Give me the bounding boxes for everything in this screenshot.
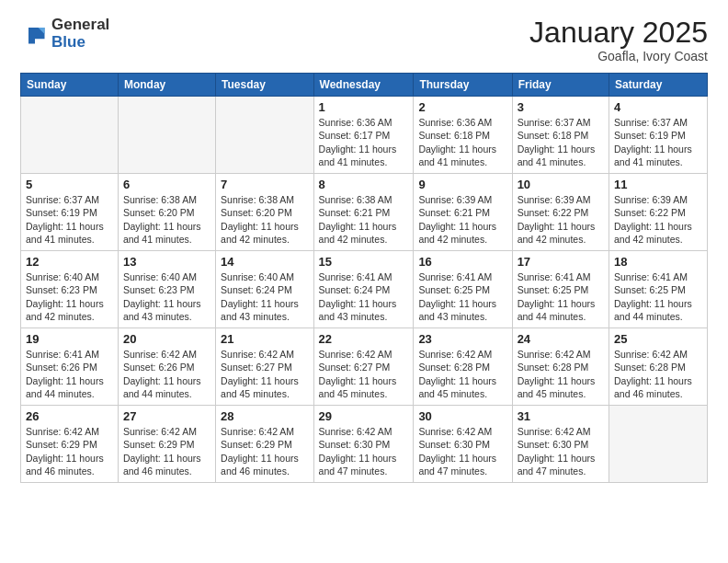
day-number: 21	[221, 332, 308, 346]
calendar-cell: 11Sunrise: 6:39 AM Sunset: 6:22 PM Dayli…	[609, 174, 708, 251]
calendar-cell	[21, 97, 119, 174]
day-info: Sunrise: 6:42 AM Sunset: 6:28 PM Dayligh…	[518, 348, 604, 400]
calendar-table: Sunday Monday Tuesday Wednesday Thursday…	[20, 73, 708, 483]
day-number: 17	[518, 255, 604, 269]
day-number: 8	[319, 178, 409, 191]
day-info: Sunrise: 6:41 AM Sunset: 6:26 PM Dayligh…	[26, 348, 113, 400]
day-info: Sunrise: 6:39 AM Sunset: 6:21 PM Dayligh…	[418, 193, 506, 246]
col-saturday: Saturday	[609, 74, 708, 97]
day-number: 1	[319, 100, 409, 114]
calendar-week-0: 1Sunrise: 6:36 AM Sunset: 6:17 PM Daylig…	[21, 97, 708, 174]
day-info: Sunrise: 6:36 AM Sunset: 6:17 PM Dayligh…	[319, 116, 409, 168]
calendar-cell: 7Sunrise: 6:38 AM Sunset: 6:20 PM Daylig…	[216, 174, 313, 251]
calendar-cell: 25Sunrise: 6:42 AM Sunset: 6:28 PM Dayli…	[609, 328, 708, 406]
day-info: Sunrise: 6:42 AM Sunset: 6:30 PM Dayligh…	[418, 425, 506, 477]
calendar-cell: 9Sunrise: 6:39 AM Sunset: 6:21 PM Daylig…	[414, 174, 512, 251]
title-block: January 2025 Goafla, Ivory Coast	[529, 17, 708, 63]
calendar-week-1: 5Sunrise: 6:37 AM Sunset: 6:19 PM Daylig…	[21, 174, 708, 251]
calendar-cell: 18Sunrise: 6:41 AM Sunset: 6:25 PM Dayli…	[609, 251, 708, 328]
calendar-cell: 28Sunrise: 6:42 AM Sunset: 6:29 PM Dayli…	[216, 406, 313, 483]
calendar-cell: 16Sunrise: 6:41 AM Sunset: 6:25 PM Dayli…	[414, 251, 512, 328]
col-thursday: Thursday	[414, 74, 512, 97]
day-number: 14	[221, 255, 308, 269]
calendar-cell: 14Sunrise: 6:40 AM Sunset: 6:24 PM Dayli…	[216, 251, 313, 328]
day-number: 20	[123, 332, 210, 346]
col-monday: Monday	[118, 74, 215, 97]
calendar-week-4: 26Sunrise: 6:42 AM Sunset: 6:29 PM Dayli…	[21, 406, 708, 483]
title-month: January 2025	[529, 17, 708, 49]
day-info: Sunrise: 6:42 AM Sunset: 6:30 PM Dayligh…	[518, 425, 604, 477]
calendar-header-row: Sunday Monday Tuesday Wednesday Thursday…	[21, 74, 708, 97]
day-number: 10	[518, 178, 604, 191]
day-info: Sunrise: 6:41 AM Sunset: 6:25 PM Dayligh…	[518, 270, 604, 323]
day-number: 16	[418, 255, 506, 269]
day-info: Sunrise: 6:42 AM Sunset: 6:26 PM Dayligh…	[123, 348, 210, 400]
calendar-cell	[216, 97, 313, 174]
calendar-cell	[118, 97, 215, 174]
day-info: Sunrise: 6:37 AM Sunset: 6:18 PM Dayligh…	[518, 116, 604, 168]
calendar-cell: 12Sunrise: 6:40 AM Sunset: 6:23 PM Dayli…	[21, 251, 119, 328]
logo-blue-text: Blue	[51, 34, 109, 52]
calendar-cell: 26Sunrise: 6:42 AM Sunset: 6:29 PM Dayli…	[21, 406, 119, 483]
calendar-cell: 13Sunrise: 6:40 AM Sunset: 6:23 PM Dayli…	[118, 251, 215, 328]
day-info: Sunrise: 6:42 AM Sunset: 6:28 PM Dayligh…	[418, 348, 506, 400]
day-number: 30	[418, 409, 506, 423]
day-info: Sunrise: 6:42 AM Sunset: 6:29 PM Dayligh…	[221, 425, 308, 477]
day-number: 31	[518, 409, 604, 423]
day-number: 11	[614, 178, 702, 191]
calendar-cell: 5Sunrise: 6:37 AM Sunset: 6:19 PM Daylig…	[21, 174, 119, 251]
day-number: 3	[518, 100, 604, 114]
day-number: 28	[221, 409, 308, 423]
calendar-cell: 22Sunrise: 6:42 AM Sunset: 6:27 PM Dayli…	[313, 328, 414, 406]
day-number: 15	[319, 255, 409, 269]
col-sunday: Sunday	[21, 74, 119, 97]
day-number: 25	[614, 332, 702, 346]
day-number: 27	[123, 409, 210, 423]
day-info: Sunrise: 6:36 AM Sunset: 6:18 PM Dayligh…	[418, 116, 506, 168]
title-location: Goafla, Ivory Coast	[529, 49, 708, 63]
calendar-cell: 24Sunrise: 6:42 AM Sunset: 6:28 PM Dayli…	[512, 328, 609, 406]
calendar-cell: 30Sunrise: 6:42 AM Sunset: 6:30 PM Dayli…	[414, 406, 512, 483]
day-number: 18	[614, 255, 702, 269]
day-number: 6	[123, 178, 210, 191]
day-number: 26	[26, 409, 113, 423]
calendar-cell: 3Sunrise: 6:37 AM Sunset: 6:18 PM Daylig…	[512, 97, 609, 174]
day-info: Sunrise: 6:41 AM Sunset: 6:25 PM Dayligh…	[418, 270, 506, 323]
col-tuesday: Tuesday	[216, 74, 313, 97]
day-number: 23	[418, 332, 506, 346]
calendar-cell: 4Sunrise: 6:37 AM Sunset: 6:19 PM Daylig…	[609, 97, 708, 174]
logo: General Blue	[20, 17, 109, 51]
day-info: Sunrise: 6:42 AM Sunset: 6:27 PM Dayligh…	[221, 348, 308, 400]
day-number: 19	[26, 332, 113, 346]
calendar-cell: 27Sunrise: 6:42 AM Sunset: 6:29 PM Dayli…	[118, 406, 215, 483]
day-number: 29	[319, 409, 409, 423]
day-info: Sunrise: 6:37 AM Sunset: 6:19 PM Dayligh…	[614, 116, 702, 168]
calendar-cell: 2Sunrise: 6:36 AM Sunset: 6:18 PM Daylig…	[414, 97, 512, 174]
header: General Blue January 2025 Goafla, Ivory …	[20, 17, 708, 63]
day-info: Sunrise: 6:39 AM Sunset: 6:22 PM Dayligh…	[518, 193, 604, 246]
calendar-week-2: 12Sunrise: 6:40 AM Sunset: 6:23 PM Dayli…	[21, 251, 708, 328]
day-number: 2	[418, 100, 506, 114]
calendar-cell: 10Sunrise: 6:39 AM Sunset: 6:22 PM Dayli…	[512, 174, 609, 251]
day-number: 12	[26, 255, 113, 269]
day-info: Sunrise: 6:38 AM Sunset: 6:20 PM Dayligh…	[221, 193, 308, 246]
calendar-cell: 21Sunrise: 6:42 AM Sunset: 6:27 PM Dayli…	[216, 328, 313, 406]
calendar-week-3: 19Sunrise: 6:41 AM Sunset: 6:26 PM Dayli…	[21, 328, 708, 406]
day-info: Sunrise: 6:42 AM Sunset: 6:30 PM Dayligh…	[319, 425, 409, 477]
day-info: Sunrise: 6:42 AM Sunset: 6:29 PM Dayligh…	[26, 425, 113, 477]
calendar-cell: 19Sunrise: 6:41 AM Sunset: 6:26 PM Dayli…	[21, 328, 119, 406]
day-info: Sunrise: 6:38 AM Sunset: 6:20 PM Dayligh…	[123, 193, 210, 246]
calendar-cell: 31Sunrise: 6:42 AM Sunset: 6:30 PM Dayli…	[512, 406, 609, 483]
calendar-cell: 8Sunrise: 6:38 AM Sunset: 6:21 PM Daylig…	[313, 174, 414, 251]
day-info: Sunrise: 6:40 AM Sunset: 6:23 PM Dayligh…	[123, 270, 210, 323]
calendar-cell: 29Sunrise: 6:42 AM Sunset: 6:30 PM Dayli…	[313, 406, 414, 483]
calendar-cell: 20Sunrise: 6:42 AM Sunset: 6:26 PM Dayli…	[118, 328, 215, 406]
logo-text: General Blue	[51, 17, 109, 51]
logo-general-text: General	[51, 17, 109, 34]
day-info: Sunrise: 6:41 AM Sunset: 6:25 PM Dayligh…	[614, 270, 702, 323]
day-info: Sunrise: 6:38 AM Sunset: 6:21 PM Dayligh…	[319, 193, 409, 246]
day-number: 24	[518, 332, 604, 346]
day-info: Sunrise: 6:37 AM Sunset: 6:19 PM Dayligh…	[26, 193, 113, 246]
calendar-cell: 1Sunrise: 6:36 AM Sunset: 6:17 PM Daylig…	[313, 97, 414, 174]
day-number: 9	[418, 178, 506, 191]
